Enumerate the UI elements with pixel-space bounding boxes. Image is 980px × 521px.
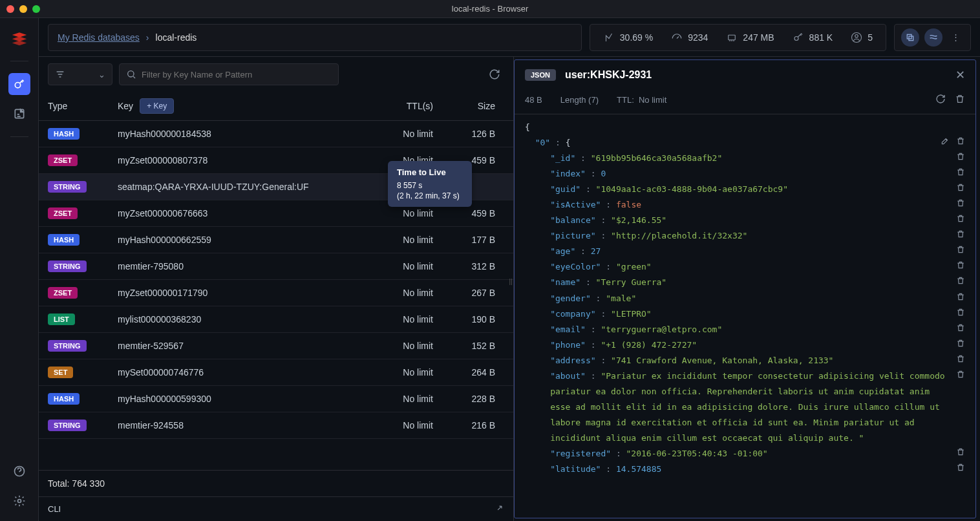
- key-ttl: No limit: [356, 288, 433, 298]
- trash-icon[interactable]: [956, 462, 965, 477]
- table-header: Type Key + Key TTL(s) Size: [39, 92, 513, 121]
- cli-bar[interactable]: CLI: [39, 496, 513, 521]
- filter-type-select[interactable]: ⌄: [48, 63, 112, 85]
- detail-pane: JSON user:KHSKJ-2931 ✕ 48 B Length (7) T…: [514, 59, 976, 518]
- trash-icon[interactable]: [956, 244, 965, 259]
- trash-icon[interactable]: [956, 213, 965, 228]
- json-line: "_id" : "619bb95b646ca30a568aafb2": [525, 151, 965, 166]
- sidebar-help-icon[interactable]: [8, 460, 30, 482]
- trash-icon[interactable]: [956, 182, 965, 197]
- table-row[interactable]: STRING memtier-795080 No limit 312 B: [39, 253, 513, 280]
- key-size: 152 B: [433, 341, 504, 351]
- trash-icon[interactable]: [956, 446, 965, 462]
- detail-type-badge: JSON: [525, 69, 556, 81]
- detail-refresh-icon[interactable]: [935, 94, 946, 106]
- detail-length: Length (7): [560, 95, 599, 105]
- key-ttl: No limit: [356, 420, 433, 431]
- table-row[interactable]: HASH myHash000000599300 No limit 228 B: [39, 386, 513, 412]
- trash-icon[interactable]: [956, 135, 965, 151]
- type-badge: STRING: [48, 260, 87, 272]
- redis-logo: [8, 27, 30, 49]
- key-ttl: No limit: [356, 341, 433, 351]
- trash-icon[interactable]: [956, 275, 965, 290]
- trash-icon[interactable]: [956, 228, 965, 244]
- sidebar-browser-icon[interactable]: [8, 73, 30, 95]
- svg-point-3: [17, 500, 21, 503]
- more-menu-icon[interactable]: ⋮: [948, 32, 964, 42]
- type-badge: ZSET: [48, 287, 78, 299]
- json-line: "balance" : "$2,146.55": [525, 213, 965, 228]
- json-line: "name" : "Terry Guerra": [525, 275, 965, 290]
- add-key-button[interactable]: + Key: [140, 98, 174, 114]
- type-badge: HASH: [48, 234, 80, 246]
- json-line: "eyeColor" : "green": [525, 259, 965, 275]
- key-size: 228 B: [433, 394, 504, 404]
- key-name: myZset000000807378: [118, 155, 356, 165]
- key-ttl: No limit: [356, 235, 433, 245]
- trash-icon[interactable]: [956, 353, 965, 368]
- metric-ops: 9234: [671, 32, 708, 43]
- edit-icon[interactable]: [941, 135, 950, 151]
- chevron-down-icon: ⌄: [98, 70, 105, 80]
- table-row[interactable]: HASH myHash000000662559 No limit 177 B: [39, 227, 513, 253]
- trash-icon[interactable]: [956, 166, 965, 182]
- trash-icon[interactable]: [956, 322, 965, 337]
- window-close-button[interactable]: [6, 5, 14, 13]
- metric-cpu: 30.69 %: [603, 32, 653, 43]
- refresh-button[interactable]: [485, 65, 504, 84]
- key-size: 190 B: [433, 314, 504, 324]
- json-line: "about" : "Pariatur ex incididunt tempor…: [525, 368, 965, 446]
- window-maximize-button[interactable]: [32, 5, 40, 13]
- table-body: HASH myHash000000184538 No limit 126 B Z…: [39, 121, 513, 470]
- totals-label: Total: 764 330: [39, 470, 513, 496]
- window-minimize-button[interactable]: [19, 5, 27, 13]
- close-detail-button[interactable]: ✕: [955, 68, 965, 82]
- detail-size: 48 B: [525, 95, 542, 105]
- trash-icon[interactable]: [956, 259, 965, 275]
- key-size: 126 B: [433, 129, 504, 139]
- key-name: memtier-924558: [118, 420, 356, 431]
- json-line: "phone" : "+1 (928) 472-2727": [525, 337, 965, 353]
- key-size: 267 B: [433, 288, 504, 298]
- key-ttl: No limit: [356, 208, 433, 218]
- sidebar-settings-icon[interactable]: [8, 490, 30, 512]
- action-button-2[interactable]: [924, 28, 943, 47]
- keys-pane: ⌄ Type Key + Key TTL(s: [39, 57, 514, 521]
- filter-input-wrapper[interactable]: [119, 63, 339, 85]
- breadcrumb-current: local-redis: [156, 32, 197, 43]
- breadcrumb: My Redis databases › local-redis: [48, 24, 582, 51]
- top-actions: ⋮: [894, 24, 971, 51]
- trash-icon[interactable]: [956, 337, 965, 353]
- key-name: myZset000000171790: [118, 288, 356, 298]
- json-line: "picture" : "http://placehold.it/32x32": [525, 228, 965, 244]
- filter-input[interactable]: [142, 70, 332, 80]
- type-badge: STRING: [48, 181, 87, 193]
- sidebar: [0, 18, 39, 521]
- table-row[interactable]: STRING memtier-924558 No limit 216 B: [39, 412, 513, 439]
- window-title: local-redis - Browser: [452, 4, 528, 14]
- trash-icon[interactable]: [956, 306, 965, 322]
- action-button-1[interactable]: [901, 28, 919, 47]
- table-row[interactable]: HASH myHash000000184538 No limit 126 B: [39, 121, 513, 147]
- breadcrumb-root-link[interactable]: My Redis databases: [58, 32, 140, 43]
- key-name: mySet000000746776: [118, 367, 356, 377]
- json-line: "email" : "terryguerra@letpro.com": [525, 322, 965, 337]
- json-line: "0" : {: [525, 135, 965, 151]
- table-row[interactable]: SET mySet000000746776 No limit 264 B: [39, 359, 513, 386]
- trash-icon[interactable]: [956, 291, 965, 306]
- trash-icon[interactable]: [956, 197, 965, 213]
- metrics-bar: 30.69 % 9234 247 MB 881 K 5: [590, 24, 886, 51]
- table-row[interactable]: ZSET myZset000000171790 No limit 267 B: [39, 280, 513, 306]
- header-type: Type: [48, 101, 118, 111]
- resize-handle[interactable]: ||: [508, 278, 513, 285]
- trash-icon[interactable]: [956, 368, 965, 446]
- sidebar-workbench-icon[interactable]: [8, 103, 30, 125]
- type-badge: STRING: [48, 340, 87, 352]
- table-row[interactable]: LIST mylist000000368230 No limit 190 B: [39, 306, 513, 333]
- detail-delete-icon[interactable]: [955, 94, 965, 106]
- trash-icon[interactable]: [956, 151, 965, 166]
- expand-icon[interactable]: [495, 504, 504, 515]
- table-row[interactable]: STRING memtier-529567 No limit 152 B: [39, 333, 513, 359]
- type-badge: STRING: [48, 420, 87, 431]
- json-line: "guid" : "1049aa1c-ac03-4888-9b04-ae037a…: [525, 182, 965, 197]
